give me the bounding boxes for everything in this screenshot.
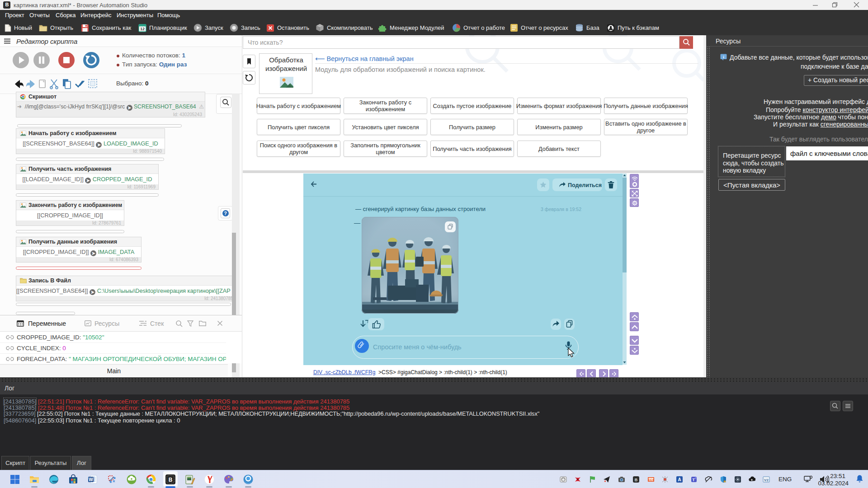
svg-text:12: 12	[140, 27, 145, 31]
svg-text:T: T	[692, 478, 695, 482]
svg-text:B: B	[635, 478, 638, 482]
svg-text:A: A	[678, 477, 681, 482]
svg-text:B: B	[169, 477, 173, 483]
svg-text:V2: V2	[764, 478, 769, 482]
svg-text:CC4: CC4	[648, 479, 654, 481]
svg-text:W: W	[89, 477, 93, 482]
